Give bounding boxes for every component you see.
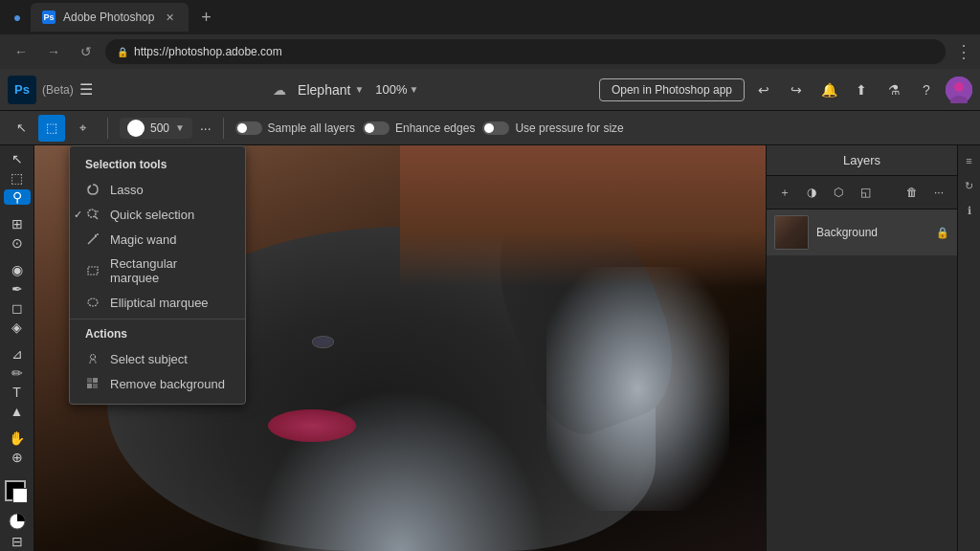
lasso-tool-item[interactable]: Lasso	[70, 177, 245, 202]
info-button[interactable]: ℹ	[960, 201, 979, 220]
move-tool-button[interactable]: ↖	[8, 115, 34, 142]
zoom-tool[interactable]: ⊕	[4, 450, 31, 465]
tab-favicon: Ps	[42, 11, 56, 24]
canvas-area: Selection tools Lasso ✓ Quick selection	[34, 145, 766, 551]
screen-mode-button[interactable]: ⊟	[4, 534, 31, 549]
hand-tool[interactable]: ✋	[4, 430, 31, 446]
select-subject-icon	[85, 351, 100, 366]
history-button[interactable]: ↻	[960, 176, 979, 195]
selection-tool-button[interactable]: ⬚	[38, 115, 65, 142]
magic-wand-item[interactable]: Magic wand	[70, 227, 245, 252]
url-text: https://photoshop.adobe.com	[134, 45, 282, 58]
lasso-label: Lasso	[110, 183, 144, 197]
move-tool[interactable]: ↖	[4, 151, 31, 166]
layer-lock-icon: 🔒	[936, 227, 949, 239]
use-pressure-switch[interactable]	[482, 121, 509, 135]
browser-menu-button[interactable]: ⋮	[955, 41, 972, 62]
rect-marquee-label: Rectangular marquee	[110, 256, 230, 285]
use-pressure-toggle[interactable]: Use pressure for size	[482, 121, 623, 135]
pen-tool[interactable]: ✏	[4, 365, 31, 381]
tab-close-button[interactable]: ✕	[162, 10, 177, 25]
svg-rect-19	[87, 384, 92, 388]
foreground-color[interactable]	[5, 480, 26, 501]
layer-more-button[interactable]: ···	[928, 182, 949, 203]
lasso-icon	[85, 182, 100, 197]
eyedropper-tool[interactable]: ⊙	[4, 235, 31, 251]
quick-mask-icon	[9, 513, 26, 530]
left-sidebar: ↖ ⬚ ⚲ ⊞ ⊙ ◉ ✒ ◻ ◈ ⊿ ✏ T ▲ ✋ ⊕	[0, 145, 34, 551]
sample-layers-toggle[interactable]: Sample all layers	[235, 121, 355, 135]
undo-button[interactable]: ↩	[750, 77, 777, 103]
active-tab[interactable]: Ps Adobe Photoshop ✕	[31, 3, 189, 32]
reload-button[interactable]: ↺	[73, 38, 100, 65]
eraser-tool[interactable]: ◻	[4, 300, 31, 316]
selection-tools-dropdown: Selection tools Lasso ✓ Quick selection	[69, 145, 246, 405]
remove-background-label: Remove background	[110, 377, 225, 391]
magic-wand-label: Magic wand	[110, 232, 176, 247]
fill-tool[interactable]: ◈	[4, 320, 31, 335]
mask-button[interactable]: ◑	[801, 182, 822, 203]
text-tool[interactable]: T	[4, 385, 31, 400]
filename-button[interactable]: Elephant ▼	[298, 82, 364, 98]
quick-selection-tool[interactable]: ⚲	[4, 189, 31, 205]
brush-tool[interactable]: ✒	[4, 281, 31, 297]
notifications-icon[interactable]: 🔔	[815, 77, 842, 103]
heal-tool[interactable]: ◉	[4, 262, 31, 277]
actions-heading: Actions	[70, 323, 245, 346]
sample-layers-switch[interactable]	[235, 121, 262, 135]
background-layer-name: Background	[816, 226, 928, 239]
address-bar[interactable]: 🔒 https://photoshop.adobe.com	[105, 39, 946, 64]
color-swatches[interactable]	[5, 480, 30, 501]
dodge-tool[interactable]: ⊿	[4, 346, 31, 362]
enhance-edges-toggle[interactable]: Enhance edges	[363, 121, 475, 135]
background-layer-item[interactable]: Background 🔒	[767, 209, 957, 255]
plugins-icon[interactable]: ⚗	[880, 77, 907, 103]
ps-beta-label: (Beta)	[42, 83, 74, 97]
brush-size-chevron-icon: ▼	[175, 122, 185, 133]
layers-panel-title[interactable]: Layers	[774, 153, 949, 167]
quick-selection-item[interactable]: ✓ Quick selection	[70, 202, 245, 227]
hamburger-menu-button[interactable]: ☰	[79, 80, 93, 99]
layers-toggle-button[interactable]: ≡	[960, 151, 979, 170]
add-layer-button[interactable]: ＋	[774, 182, 795, 203]
brush-size-control[interactable]: 500 ▼	[120, 118, 192, 139]
dropdown-separator	[70, 319, 245, 320]
remove-background-item[interactable]: Remove background	[70, 371, 245, 396]
svg-point-11	[95, 235, 97, 237]
help-icon[interactable]: ?	[913, 77, 940, 103]
zoom-control[interactable]: 100% ▼	[375, 82, 418, 97]
background-layer-thumb	[774, 215, 809, 250]
adjustment-button[interactable]: ◱	[855, 182, 876, 203]
zoom-value: 100%	[375, 82, 407, 97]
select-subject-item[interactable]: Select subject	[70, 346, 245, 371]
open-in-photoshop-button[interactable]: Open in Photoshop app	[599, 78, 745, 101]
svg-point-16	[91, 355, 96, 360]
elliptical-marquee-item[interactable]: Elliptical marquee	[70, 290, 245, 315]
svg-point-5	[88, 209, 96, 217]
share-icon[interactable]: ⬆	[848, 77, 875, 103]
quick-mask-button[interactable]	[4, 513, 31, 530]
shape-tool[interactable]: ▲	[4, 404, 31, 419]
lasso-tool-button[interactable]: ⌖	[69, 115, 96, 142]
delete-layer-button[interactable]: 🗑	[902, 182, 923, 203]
selection-tools-heading: Selection tools	[70, 154, 245, 177]
more-options-button[interactable]: ···	[200, 121, 212, 136]
back-button[interactable]: ←	[8, 38, 34, 65]
crop-tool[interactable]: ⊞	[4, 216, 31, 231]
background-color	[12, 488, 28, 503]
svg-rect-18	[93, 378, 98, 383]
quick-selection-check: ✓	[74, 209, 82, 221]
enhance-edges-switch[interactable]	[363, 121, 390, 135]
quick-selection-icon	[85, 207, 100, 222]
new-tab-button[interactable]: +	[192, 4, 219, 31]
cloud-icon: ☁	[273, 82, 286, 98]
redo-button[interactable]: ↪	[783, 77, 810, 103]
user-avatar[interactable]	[946, 77, 972, 103]
marquee-tool[interactable]: ⬚	[4, 170, 31, 186]
rectangular-marquee-item[interactable]: Rectangular marquee	[70, 252, 245, 290]
forward-button[interactable]: →	[40, 38, 67, 65]
ellipse-marquee-label: Elliptical marquee	[110, 296, 209, 310]
effects-button[interactable]: ⬡	[828, 182, 849, 203]
use-pressure-knob	[484, 123, 494, 133]
svg-line-6	[95, 216, 98, 219]
